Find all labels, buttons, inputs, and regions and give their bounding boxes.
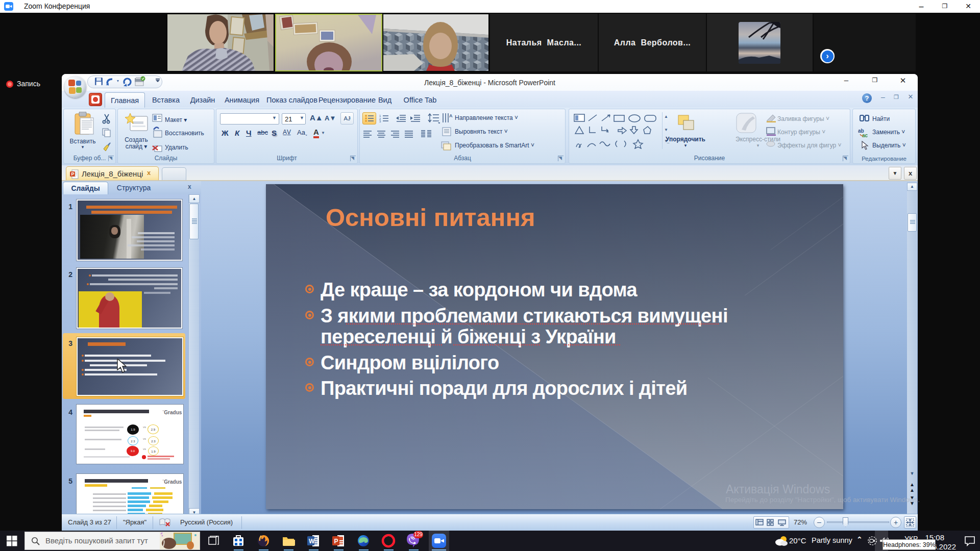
svg-text:3: 3	[379, 120, 381, 122]
svg-text:ac: ac	[862, 133, 868, 138]
svg-text:A: A	[449, 113, 453, 118]
svg-text:W: W	[309, 538, 315, 545]
svg-text:P: P	[334, 538, 338, 545]
svg-text:P: P	[71, 171, 74, 177]
